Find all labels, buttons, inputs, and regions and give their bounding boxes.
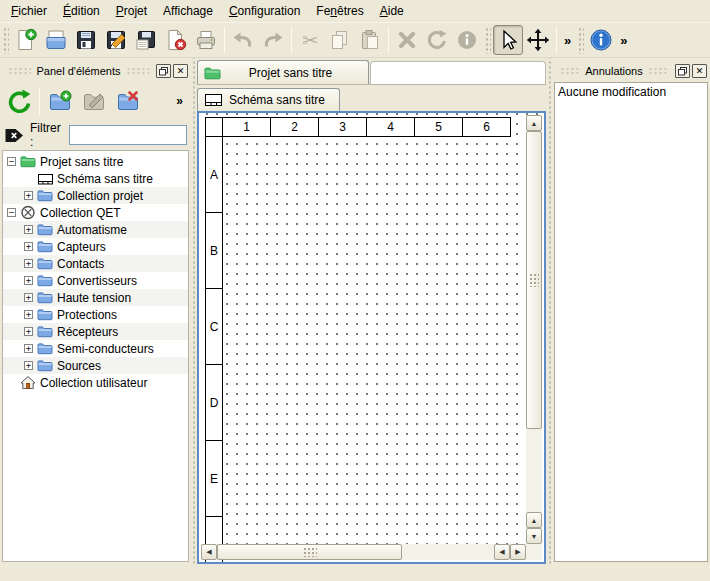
undo-panel-titlebar: Annulations ✕ bbox=[552, 61, 710, 81]
tab-schema[interactable]: Schéma sans titre bbox=[197, 88, 340, 111]
scroll-up-button[interactable]: ▲ bbox=[526, 512, 542, 528]
about-icon bbox=[589, 28, 613, 52]
toolbar-drag-handle[interactable] bbox=[2, 26, 9, 54]
menu-item-2[interactable]: Projet bbox=[108, 1, 155, 22]
print-icon bbox=[194, 28, 218, 52]
tree-item[interactable]: Collection utilisateur bbox=[3, 374, 188, 391]
move-tool-button[interactable] bbox=[523, 25, 553, 55]
tree-expander-icon[interactable]: + bbox=[24, 276, 33, 285]
toolbar-drag-handle[interactable] bbox=[484, 26, 491, 54]
tree-expander-icon[interactable]: + bbox=[24, 242, 33, 251]
tree-expander-icon[interactable]: + bbox=[24, 191, 33, 200]
scroll-up-button[interactable]: ▲ bbox=[526, 115, 542, 131]
tree-expander-icon[interactable]: + bbox=[24, 259, 33, 268]
info-button[interactable] bbox=[452, 25, 482, 55]
redo-button[interactable] bbox=[258, 25, 288, 55]
tree-item-label: Automatisme bbox=[54, 223, 127, 237]
new-document-button[interactable] bbox=[11, 25, 41, 55]
reload-collections-button[interactable] bbox=[2, 85, 36, 117]
menu-item-4[interactable]: Configuration bbox=[221, 1, 308, 22]
tab-project[interactable]: Projet sans titre bbox=[197, 60, 369, 84]
scroll-down-button[interactable]: ▼ bbox=[526, 528, 542, 544]
tree-expander-icon[interactable]: + bbox=[24, 327, 33, 336]
horizontal-scroll-thumb[interactable] bbox=[217, 544, 402, 560]
undo-icon bbox=[231, 28, 255, 52]
tree-item[interactable]: + Semi-conducteurs bbox=[3, 340, 188, 357]
vertical-scroll-track[interactable] bbox=[526, 429, 542, 512]
menu-item-3[interactable]: Affichage bbox=[155, 1, 221, 22]
about-button[interactable] bbox=[586, 25, 616, 55]
delete-button[interactable] bbox=[392, 25, 422, 55]
tree-item[interactable]: − Projet sans titre bbox=[3, 153, 188, 170]
menu-item-6[interactable]: Aide bbox=[372, 1, 412, 22]
dock-texture bbox=[8, 67, 31, 75]
tree-expander-icon[interactable]: − bbox=[7, 208, 16, 217]
tree-expander-icon[interactable]: − bbox=[7, 157, 16, 166]
undo-button[interactable] bbox=[228, 25, 258, 55]
paste-button[interactable] bbox=[355, 25, 385, 55]
scroll-left-button[interactable]: ◀ bbox=[494, 544, 510, 560]
toolbar-overflow-button[interactable]: » bbox=[560, 33, 575, 48]
menu-item-1[interactable]: Édition bbox=[55, 1, 108, 22]
toolbar: ✂ bbox=[0, 23, 710, 58]
save-all-button[interactable] bbox=[131, 25, 161, 55]
menu-bar: FichierÉditionProjetAffichageConfigurati… bbox=[0, 0, 710, 23]
cut-button[interactable]: ✂ bbox=[295, 25, 325, 55]
vertical-scrollbar[interactable]: ▲ ▲ ▼ bbox=[526, 115, 542, 544]
toolbar-drag-handle[interactable] bbox=[577, 26, 584, 54]
tree-expander-icon[interactable]: + bbox=[24, 225, 33, 234]
tree-expander-icon[interactable]: + bbox=[24, 361, 33, 370]
float-panel-button[interactable] bbox=[675, 64, 690, 78]
float-icon bbox=[678, 67, 687, 76]
print-button[interactable] bbox=[191, 25, 221, 55]
tree-item[interactable]: + Capteurs bbox=[3, 238, 188, 255]
close-document-button[interactable] bbox=[161, 25, 191, 55]
folder-icon bbox=[37, 223, 53, 236]
toolbar-separator bbox=[291, 27, 292, 53]
tree-item[interactable]: + Contacts bbox=[3, 255, 188, 272]
tree-item[interactable]: + Convertisseurs bbox=[3, 272, 188, 289]
schema-canvas[interactable]: 123456 ABCDE ▲ ▲ ▼ ◀ ◀ ▶ bbox=[197, 111, 546, 564]
scroll-right-button[interactable]: ▶ bbox=[510, 544, 526, 560]
tree-expander-icon[interactable]: + bbox=[24, 310, 33, 319]
tree-item[interactable]: + Collection projet bbox=[3, 187, 188, 204]
scroll-left-button[interactable]: ◀ bbox=[201, 544, 217, 560]
tree-item-label: Projet sans titre bbox=[37, 155, 123, 169]
select-tool-button[interactable] bbox=[493, 25, 523, 55]
tree-item[interactable]: Schéma sans titre bbox=[3, 170, 188, 187]
schema-icon bbox=[37, 172, 54, 186]
save-as-button[interactable] bbox=[101, 25, 131, 55]
close-panel-button[interactable]: ✕ bbox=[692, 64, 707, 78]
dock-texture bbox=[126, 67, 149, 75]
tree-item[interactable]: + Sources bbox=[3, 357, 188, 374]
open-button[interactable] bbox=[41, 25, 71, 55]
panel-toolbar-overflow-button[interactable]: » bbox=[170, 94, 189, 108]
filter-input[interactable] bbox=[69, 125, 187, 145]
tree-item[interactable]: + Automatisme bbox=[3, 221, 188, 238]
float-panel-button[interactable] bbox=[156, 64, 171, 78]
vertical-scroll-thumb[interactable] bbox=[526, 131, 542, 429]
tree-item[interactable]: + Récepteurs bbox=[3, 323, 188, 340]
rotate-button[interactable] bbox=[422, 25, 452, 55]
qelectrotech-window: { "window": { "bg": "#ece9d8", "focus_bo… bbox=[0, 0, 710, 581]
folder-icon bbox=[37, 308, 53, 321]
tree-expander-icon[interactable]: + bbox=[24, 293, 33, 302]
undo-list-item[interactable]: Aucune modification bbox=[558, 85, 704, 101]
tree-item[interactable]: − Collection QET bbox=[3, 204, 188, 221]
horizontal-scrollbar[interactable]: ◀ ◀ ▶ bbox=[201, 544, 526, 560]
edit-category-button[interactable] bbox=[77, 85, 111, 117]
new-category-button[interactable] bbox=[43, 85, 77, 117]
tree-item[interactable]: + Protections bbox=[3, 306, 188, 323]
copy-button[interactable] bbox=[325, 25, 355, 55]
clear-filter-button[interactable] bbox=[4, 127, 26, 144]
toolbar-overflow-button[interactable]: » bbox=[616, 33, 631, 48]
new-document-icon bbox=[14, 28, 38, 52]
horizontal-scroll-track[interactable] bbox=[402, 544, 494, 560]
menu-item-5[interactable]: Fenêtres bbox=[308, 1, 371, 22]
close-panel-button[interactable]: ✕ bbox=[173, 64, 188, 78]
tree-expander-icon[interactable]: + bbox=[24, 344, 33, 353]
tree-item[interactable]: + Haute tension bbox=[3, 289, 188, 306]
delete-category-button[interactable] bbox=[111, 85, 145, 117]
save-button[interactable] bbox=[71, 25, 101, 55]
menu-item-0[interactable]: Fichier bbox=[3, 1, 55, 22]
